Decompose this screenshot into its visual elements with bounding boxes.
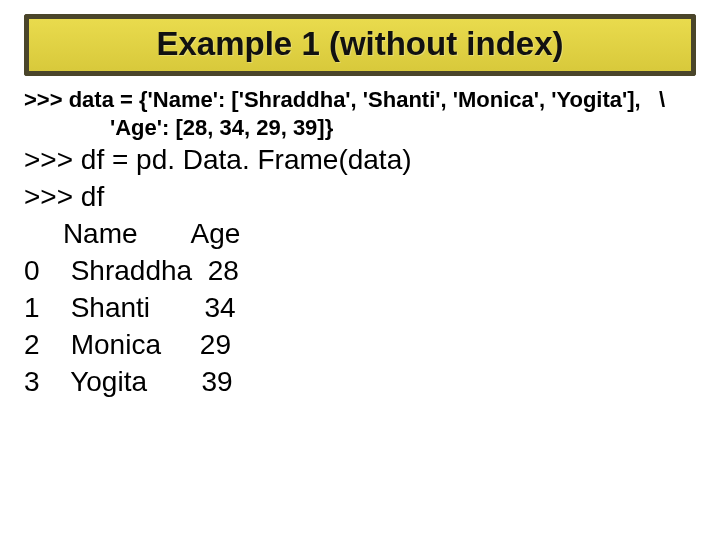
title-banner: Example 1 (without index): [24, 14, 696, 76]
table-row-2: 2 Monica 29: [24, 327, 696, 364]
slide-body: >>> data = {'Name': ['Shraddha', 'Shanti…: [18, 86, 702, 401]
code-line-4: >>> df: [24, 179, 696, 216]
table-header: Name Age: [24, 216, 696, 253]
code-line-2: 'Age': [28, 34, 29, 39]}: [24, 114, 696, 142]
title-inner: Example 1 (without index): [29, 19, 691, 71]
table-row-1: 1 Shanti 34: [24, 290, 696, 327]
slide-title: Example 1 (without index): [156, 25, 563, 62]
code-line-1: >>> data = {'Name': ['Shraddha', 'Shanti…: [24, 86, 696, 114]
table-row-3: 3 Yogita 39: [24, 364, 696, 401]
code-line-3: >>> df = pd. Data. Frame(data): [24, 142, 696, 179]
slide: Example 1 (without index) >>> data = {'N…: [0, 0, 720, 540]
table-row-0: 0 Shraddha 28: [24, 253, 696, 290]
